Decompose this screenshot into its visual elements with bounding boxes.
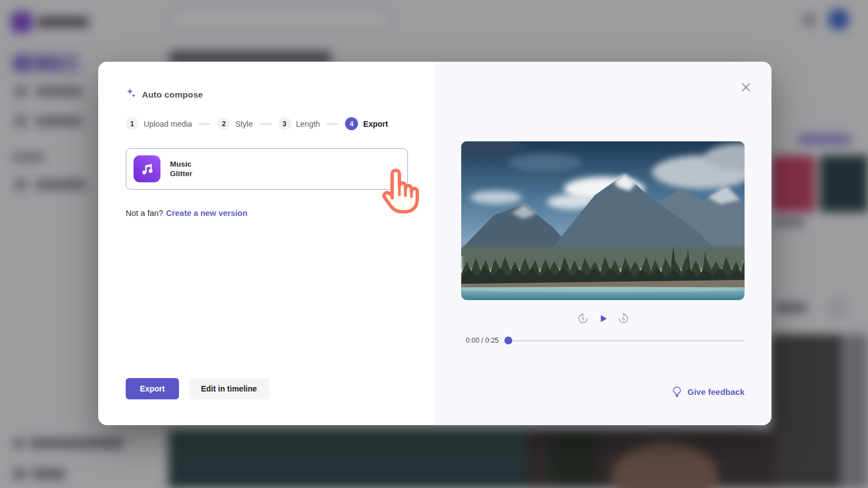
forward-5-icon: 5 (617, 312, 630, 325)
step-style[interactable]: 2 Style (217, 117, 252, 130)
step-label: Upload media (144, 119, 192, 128)
playback-controls: 5 5 (435, 312, 771, 325)
step-number: 3 (278, 117, 291, 130)
rewind-5-button[interactable]: 5 (577, 312, 589, 325)
dialog-right-pane: 5 5 0:00 / 0:25 (435, 62, 771, 425)
play-icon (598, 313, 609, 324)
svg-text:5: 5 (582, 316, 585, 321)
step-label: Length (296, 119, 320, 128)
step-label: Export (363, 119, 388, 128)
step-divider (260, 123, 272, 125)
video-preview (461, 141, 745, 300)
step-divider (199, 123, 210, 125)
seek-track[interactable] (504, 340, 745, 342)
svg-text:5: 5 (622, 316, 625, 321)
music-card-track: Glitter (170, 169, 192, 178)
music-track-card[interactable]: Music Glitter (126, 148, 408, 190)
stepper: 1 Upload media 2 Style 3 Length 4 Export (126, 117, 388, 130)
sparkles-icon (126, 88, 136, 101)
seek-slider[interactable] (504, 337, 745, 344)
play-button[interactable] (597, 312, 609, 325)
dialog-title: Auto compose (142, 90, 203, 100)
step-number: 2 (217, 117, 230, 130)
time-display: 0:00 / 0:25 (466, 337, 499, 344)
step-length[interactable]: 3 Length (278, 117, 320, 130)
edit-in-timeline-button[interactable]: Edit in timeline (189, 378, 269, 399)
give-feedback-label: Give feedback (687, 387, 745, 397)
not-a-fan-text: Not a fan? (126, 209, 163, 218)
music-card-category: Music (170, 160, 192, 168)
auto-compose-dialog: Auto compose 1 Upload media 2 Style 3 Le… (98, 62, 771, 425)
step-label: Style (235, 119, 252, 128)
close-button[interactable] (740, 81, 752, 93)
mountain-scene-image (461, 141, 745, 300)
step-export[interactable]: 4 Export (345, 117, 388, 130)
export-button[interactable]: Export (126, 378, 179, 399)
rewind-5-icon: 5 (577, 312, 589, 325)
step-number: 4 (345, 117, 358, 130)
forward-5-button[interactable]: 5 (617, 312, 630, 325)
dialog-actions: Export Edit in timeline (126, 378, 269, 399)
seek-knob[interactable] (504, 337, 512, 344)
music-card-text: Music Glitter (170, 160, 192, 178)
timeline-row: 0:00 / 0:25 (466, 337, 745, 344)
give-feedback-button[interactable]: Give feedback (672, 386, 745, 398)
music-note-icon (134, 155, 160, 182)
step-upload-media[interactable]: 1 Upload media (126, 117, 192, 130)
not-a-fan-row: Not a fan?Create a new version (126, 209, 247, 218)
step-number: 1 (126, 117, 139, 130)
step-divider (327, 123, 338, 125)
create-new-version-link[interactable]: Create a new version (166, 209, 247, 218)
lightbulb-icon (672, 386, 682, 398)
close-icon (741, 82, 751, 92)
dialog-header: Auto compose (126, 88, 203, 101)
dialog-left-pane: Auto compose 1 Upload media 2 Style 3 Le… (98, 62, 435, 425)
